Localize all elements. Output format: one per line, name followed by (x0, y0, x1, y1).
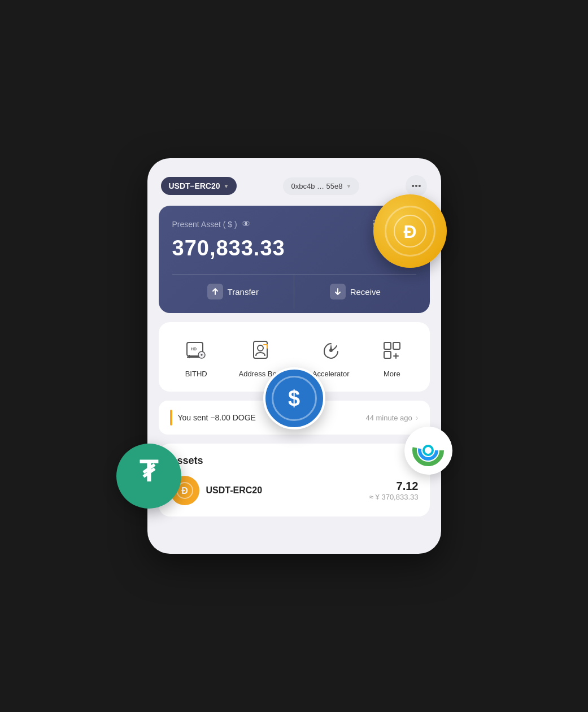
accelerator-icon (320, 339, 342, 362)
orbit-icon (410, 432, 447, 469)
transfer-button[interactable]: Transfer (172, 275, 295, 309)
assets-title: Assets (170, 455, 419, 467)
eye-icon[interactable]: 👁 (242, 219, 251, 229)
tether-icon: ₮ (132, 457, 165, 490)
menu-item-more[interactable]: More (377, 336, 407, 378)
address-chevron: ▼ (346, 183, 352, 189)
asset-balance: 7.12 (369, 480, 419, 493)
more-icon-wrap (377, 336, 407, 365)
transfer-label: Transfer (228, 287, 259, 297)
asset-card: Ð Present Asset ( $ ) 👁 All Assets (159, 206, 430, 313)
svg-point-0 (412, 185, 414, 187)
svg-text:Ð: Ð (403, 222, 416, 242)
svg-point-15 (258, 345, 263, 351)
svg-point-2 (419, 185, 421, 187)
more-label: More (384, 370, 400, 378)
present-asset-text: Present Asset ( $ ) (172, 220, 237, 229)
assets-section: Assets Ð USDT-ERC20 7.12 ≈ ¥ 370,833.33 (159, 444, 430, 516)
accelerator-label: Accelerator (312, 370, 350, 378)
svg-text:₮: ₮ (140, 457, 159, 488)
asset-name: USDT-ERC20 (206, 485, 263, 496)
doge-coin-decoration: Ð (373, 194, 447, 268)
tx-left: You sent −8.00 DOGE (170, 410, 256, 426)
tx-chevron: › (416, 413, 419, 422)
receive-label: Receive (350, 287, 381, 297)
doge-icon: Ð (393, 214, 427, 248)
receive-icon (330, 284, 346, 299)
transfer-icon (207, 284, 223, 299)
top-bar: USDT–ERC20 ▼ 0xbc4b … 55e8 ▼ (159, 175, 430, 197)
accelerator-icon-wrap (316, 336, 346, 365)
tx-indicator (170, 410, 172, 426)
asset-row[interactable]: Ð USDT-ERC20 7.12 ≈ ¥ 370,833.33 (170, 476, 419, 505)
tether-coin-decoration: ₮ (116, 444, 181, 509)
svg-text:Ð: Ð (181, 486, 188, 496)
bithd-label: BITHD (185, 370, 207, 378)
bithd-icon: HD (185, 339, 207, 362)
tx-text: You sent −8.00 DOGE (178, 413, 256, 422)
tx-right: 44 minute ago › (365, 413, 418, 422)
orbit-coin-decoration (404, 427, 452, 475)
phone-frame: USDT–ERC20 ▼ 0xbc4b … 55e8 ▼ Ð (147, 158, 441, 554)
svg-text:HD: HD (191, 347, 197, 351)
ellipsis-icon (411, 180, 422, 192)
usdc-coin-decoration: $ (263, 367, 325, 429)
address-book-icon-wrap (247, 336, 276, 365)
token-chevron: ▼ (224, 183, 229, 189)
svg-point-29 (425, 448, 431, 453)
token-selector[interactable]: USDT–ERC20 ▼ (161, 177, 237, 195)
asset-row-left: Ð USDT-ERC20 (170, 476, 263, 505)
bithd-icon-wrap: HD (181, 336, 211, 365)
receive-button[interactable]: Receive (294, 275, 416, 309)
svg-rect-18 (393, 342, 400, 349)
menu-item-bithd[interactable]: HD BITHD (181, 336, 211, 378)
address-selector[interactable]: 0xbc4b … 55e8 ▼ (283, 177, 359, 195)
svg-rect-19 (384, 351, 391, 358)
asset-usd-value: ≈ ¥ 370,833.33 (369, 493, 419, 501)
action-buttons: Transfer Receive (172, 274, 416, 309)
menu-item-accelerator[interactable]: Accelerator (312, 336, 350, 378)
svg-point-16 (329, 349, 333, 352)
present-asset-label: Present Asset ( $ ) 👁 (172, 219, 251, 229)
asset-row-right: 7.12 ≈ ¥ 370,833.33 (369, 480, 419, 501)
more-icon (381, 339, 403, 362)
token-label: USDT–ERC20 (169, 181, 220, 190)
settings-button[interactable] (406, 175, 427, 197)
svg-point-1 (416, 185, 417, 187)
address-book-icon (250, 339, 273, 362)
tx-time: 44 minute ago (365, 414, 412, 422)
svg-rect-17 (384, 342, 391, 349)
address-label: 0xbc4b … 55e8 (291, 182, 342, 190)
